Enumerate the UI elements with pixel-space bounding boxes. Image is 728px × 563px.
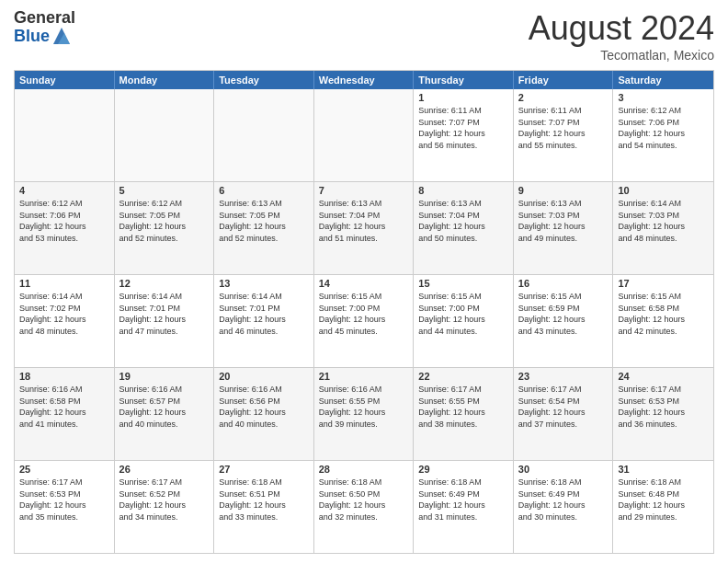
day-info: Sunrise: 6:13 AM Sunset: 7:04 PM Dayligh… [418,198,508,244]
day-header-saturday: Saturday [613,71,713,89]
day-number: 28 [319,464,409,475]
day-header-wednesday: Wednesday [314,71,415,89]
day-cell-19: 19Sunrise: 6:16 AM Sunset: 6:57 PM Dayli… [115,368,215,460]
day-number: 25 [19,464,109,475]
day-number: 10 [618,185,709,196]
logo-text: General Blue [14,9,75,46]
title-block: August 2024 Tecomatlan, Mexico [529,9,714,63]
day-info: Sunrise: 6:13 AM Sunset: 7:03 PM Dayligh… [518,198,609,244]
day-info: Sunrise: 6:15 AM Sunset: 6:58 PM Dayligh… [618,291,709,337]
day-number: 2 [518,92,609,103]
day-info: Sunrise: 6:14 AM Sunset: 7:01 PM Dayligh… [119,291,210,337]
day-info: Sunrise: 6:14 AM Sunset: 7:02 PM Dayligh… [19,291,109,337]
day-info: Sunrise: 6:13 AM Sunset: 7:04 PM Dayligh… [319,198,409,244]
day-info: Sunrise: 6:11 AM Sunset: 7:07 PM Dayligh… [518,105,609,151]
day-number: 24 [618,371,709,382]
day-cell-15: 15Sunrise: 6:15 AM Sunset: 7:00 PM Dayli… [414,275,514,367]
day-info: Sunrise: 6:16 AM Sunset: 6:55 PM Dayligh… [319,384,409,430]
day-cell-21: 21Sunrise: 6:16 AM Sunset: 6:55 PM Dayli… [314,368,415,460]
day-number: 6 [219,185,309,196]
page: General Blue August 2024 Tecomatlan, Mex… [0,0,728,563]
day-info: Sunrise: 6:18 AM Sunset: 6:51 PM Dayligh… [219,477,309,523]
day-info: Sunrise: 6:18 AM Sunset: 6:50 PM Dayligh… [319,477,409,523]
header: General Blue August 2024 Tecomatlan, Mex… [14,9,714,63]
day-info: Sunrise: 6:18 AM Sunset: 6:49 PM Dayligh… [518,477,609,523]
day-number: 8 [418,185,508,196]
day-info: Sunrise: 6:12 AM Sunset: 7:06 PM Dayligh… [618,105,709,151]
day-number: 1 [418,92,508,103]
empty-cell [115,89,215,181]
logo-blue: Blue [14,28,50,44]
day-number: 18 [19,371,109,382]
day-number: 23 [518,371,609,382]
logo-general: General [14,9,75,26]
day-number: 19 [119,371,210,382]
day-number: 26 [119,464,210,475]
day-cell-22: 22Sunrise: 6:17 AM Sunset: 6:55 PM Dayli… [414,368,514,460]
day-number: 11 [19,278,109,289]
day-cell-4: 4Sunrise: 6:12 AM Sunset: 7:06 PM Daylig… [15,182,115,274]
day-cell-20: 20Sunrise: 6:16 AM Sunset: 6:56 PM Dayli… [214,368,314,460]
day-cell-7: 7Sunrise: 6:13 AM Sunset: 7:04 PM Daylig… [314,182,415,274]
day-cell-11: 11Sunrise: 6:14 AM Sunset: 7:02 PM Dayli… [15,275,115,367]
calendar-week-1: 1Sunrise: 6:11 AM Sunset: 7:07 PM Daylig… [15,89,713,181]
day-number: 31 [618,464,709,475]
calendar-header: SundayMondayTuesdayWednesdayThursdayFrid… [15,71,713,89]
day-cell-12: 12Sunrise: 6:14 AM Sunset: 7:01 PM Dayli… [115,275,215,367]
day-info: Sunrise: 6:17 AM Sunset: 6:55 PM Dayligh… [418,384,508,430]
month-title: August 2024 [529,9,714,48]
day-info: Sunrise: 6:17 AM Sunset: 6:53 PM Dayligh… [19,477,109,523]
day-cell-30: 30Sunrise: 6:18 AM Sunset: 6:49 PM Dayli… [514,461,614,553]
day-number: 12 [119,278,210,289]
day-cell-31: 31Sunrise: 6:18 AM Sunset: 6:48 PM Dayli… [613,461,713,553]
calendar-week-3: 11Sunrise: 6:14 AM Sunset: 7:02 PM Dayli… [15,274,713,367]
day-header-tuesday: Tuesday [214,71,314,89]
calendar: SundayMondayTuesdayWednesdayThursdayFrid… [14,70,714,554]
day-number: 14 [319,278,409,289]
day-info: Sunrise: 6:11 AM Sunset: 7:07 PM Dayligh… [418,105,508,151]
day-info: Sunrise: 6:14 AM Sunset: 7:01 PM Dayligh… [219,291,309,337]
logo-icon [51,26,72,46]
day-cell-6: 6Sunrise: 6:13 AM Sunset: 7:05 PM Daylig… [214,182,314,274]
day-header-friday: Friday [514,71,614,89]
day-info: Sunrise: 6:17 AM Sunset: 6:52 PM Dayligh… [119,477,210,523]
day-number: 4 [19,185,109,196]
day-number: 3 [618,92,709,103]
day-number: 5 [119,185,210,196]
day-info: Sunrise: 6:15 AM Sunset: 6:59 PM Dayligh… [518,291,609,337]
day-number: 13 [219,278,309,289]
day-header-sunday: Sunday [15,71,115,89]
day-number: 16 [518,278,609,289]
day-cell-2: 2Sunrise: 6:11 AM Sunset: 7:07 PM Daylig… [514,89,614,181]
day-cell-13: 13Sunrise: 6:14 AM Sunset: 7:01 PM Dayli… [214,275,314,367]
day-number: 17 [618,278,709,289]
day-info: Sunrise: 6:18 AM Sunset: 6:49 PM Dayligh… [418,477,508,523]
day-number: 27 [219,464,309,475]
calendar-week-4: 18Sunrise: 6:16 AM Sunset: 6:58 PM Dayli… [15,367,713,460]
day-info: Sunrise: 6:12 AM Sunset: 7:06 PM Dayligh… [19,198,109,244]
day-number: 20 [219,371,309,382]
empty-cell [214,89,314,181]
calendar-week-5: 25Sunrise: 6:17 AM Sunset: 6:53 PM Dayli… [15,460,713,553]
day-info: Sunrise: 6:15 AM Sunset: 7:00 PM Dayligh… [319,291,409,337]
day-cell-29: 29Sunrise: 6:18 AM Sunset: 6:49 PM Dayli… [414,461,514,553]
day-info: Sunrise: 6:18 AM Sunset: 6:48 PM Dayligh… [618,477,709,523]
day-info: Sunrise: 6:14 AM Sunset: 7:03 PM Dayligh… [618,198,709,244]
day-cell-1: 1Sunrise: 6:11 AM Sunset: 7:07 PM Daylig… [414,89,514,181]
day-number: 7 [319,185,409,196]
day-cell-25: 25Sunrise: 6:17 AM Sunset: 6:53 PM Dayli… [15,461,115,553]
day-info: Sunrise: 6:16 AM Sunset: 6:57 PM Dayligh… [119,384,210,430]
day-cell-8: 8Sunrise: 6:13 AM Sunset: 7:04 PM Daylig… [414,182,514,274]
calendar-body: 1Sunrise: 6:11 AM Sunset: 7:07 PM Daylig… [15,89,713,553]
day-cell-14: 14Sunrise: 6:15 AM Sunset: 7:00 PM Dayli… [314,275,415,367]
day-info: Sunrise: 6:16 AM Sunset: 6:56 PM Dayligh… [219,384,309,430]
day-number: 9 [518,185,609,196]
day-cell-27: 27Sunrise: 6:18 AM Sunset: 6:51 PM Dayli… [214,461,314,553]
day-cell-26: 26Sunrise: 6:17 AM Sunset: 6:52 PM Dayli… [115,461,215,553]
calendar-week-2: 4Sunrise: 6:12 AM Sunset: 7:06 PM Daylig… [15,181,713,274]
day-info: Sunrise: 6:16 AM Sunset: 6:58 PM Dayligh… [19,384,109,430]
day-header-monday: Monday [115,71,215,89]
day-cell-23: 23Sunrise: 6:17 AM Sunset: 6:54 PM Dayli… [514,368,614,460]
day-cell-28: 28Sunrise: 6:18 AM Sunset: 6:50 PM Dayli… [314,461,415,553]
day-number: 29 [418,464,508,475]
